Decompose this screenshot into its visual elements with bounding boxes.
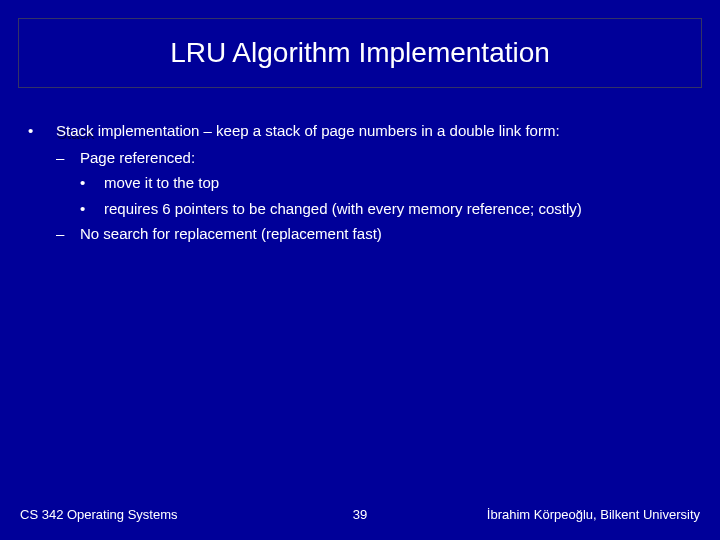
bullet-marker: • <box>28 120 56 143</box>
bullet-level3: • move it to the top <box>80 172 692 195</box>
footer-right: İbrahim Körpeoğlu, Bilkent University <box>487 507 700 522</box>
stack-word: Stack Stack <box>56 122 98 139</box>
bullet-level2: – Page referenced: <box>56 147 692 170</box>
l1-rest: implementation – keep a stack of page nu… <box>98 122 560 139</box>
bullet-marker: • <box>80 198 104 221</box>
title-container: LRU Algorithm Implementation <box>18 18 702 88</box>
content-area: • Stack Stack implementation – keep a st… <box>28 120 692 249</box>
bullet-marker: • <box>80 172 104 195</box>
slide: LRU Algorithm Implementation • Stack Sta… <box>0 0 720 540</box>
footer-left: CS 342 Operating Systems <box>20 507 178 522</box>
bullet-text: No search for replacement (replacement f… <box>80 223 382 246</box>
bullet-text: move it to the top <box>104 172 692 195</box>
bullet-text: Page referenced: <box>80 147 195 170</box>
bullet-text: Stack Stack implementation – keep a stac… <box>56 120 692 143</box>
bullet-text: requires 6 pointers to be changed (with … <box>104 198 692 221</box>
bullet-level1: • Stack Stack implementation – keep a st… <box>28 120 692 143</box>
slide-title: LRU Algorithm Implementation <box>170 37 550 69</box>
bullet-level2: – No search for replacement (replacement… <box>56 223 692 246</box>
footer-page-number: 39 <box>353 507 367 522</box>
footer: CS 342 Operating Systems 39 İbrahim Körp… <box>20 507 700 522</box>
bullet-marker: – <box>56 147 80 170</box>
bullet-marker: – <box>56 223 80 246</box>
bullet-level3: • requires 6 pointers to be changed (wit… <box>80 198 692 221</box>
